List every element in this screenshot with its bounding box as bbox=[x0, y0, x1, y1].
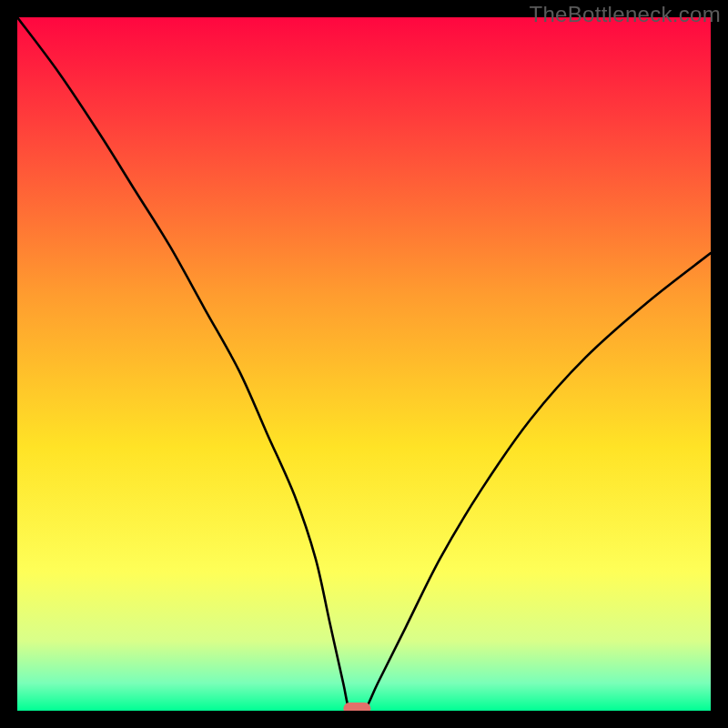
watermark-text: TheBottleneck.com bbox=[529, 2, 721, 27]
chart-frame: TheBottleneck.com bbox=[0, 0, 728, 728]
optimum-marker bbox=[343, 703, 370, 711]
plot-area bbox=[17, 17, 711, 711]
gradient-background bbox=[17, 17, 711, 711]
chart-svg bbox=[17, 17, 711, 711]
